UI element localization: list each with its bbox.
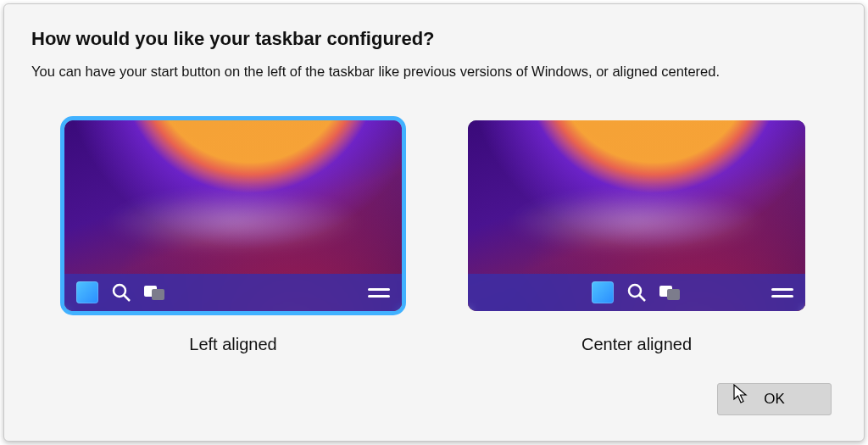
svg-rect-3	[152, 289, 164, 300]
search-icon	[626, 281, 648, 303]
start-tile-icon	[592, 281, 614, 303]
svg-point-4	[629, 285, 641, 297]
option-label-center: Center aligned	[581, 335, 692, 354]
ok-button[interactable]: OK	[717, 383, 832, 415]
taskbar-alignment-options: Left aligned	[31, 120, 837, 354]
preview-center-aligned	[468, 120, 805, 311]
preview-left-aligned	[64, 120, 402, 311]
svg-line-1	[124, 295, 130, 301]
tray-lines-icon	[368, 288, 390, 298]
taskbar-preview-center	[468, 274, 805, 311]
taskbar-preview-left	[64, 274, 402, 311]
svg-line-5	[639, 295, 645, 301]
taskview-icon	[144, 281, 166, 303]
option-label-left: Left aligned	[189, 335, 276, 354]
tray-lines-icon	[771, 288, 793, 298]
taskview-icon	[659, 281, 682, 303]
dialog-title: How would you like your taskbar configur…	[31, 28, 837, 50]
option-left-aligned[interactable]: Left aligned	[64, 120, 403, 354]
search-icon	[110, 281, 132, 303]
dialog-footer: OK	[717, 383, 832, 415]
svg-rect-7	[667, 289, 680, 300]
dialog-subtitle: You can have your start button on the le…	[31, 64, 837, 80]
option-center-aligned[interactable]: Center aligned	[467, 120, 806, 354]
start-tile-icon	[76, 281, 98, 303]
taskbar-config-dialog: How would you like your taskbar configur…	[3, 3, 865, 442]
svg-point-0	[114, 285, 125, 297]
